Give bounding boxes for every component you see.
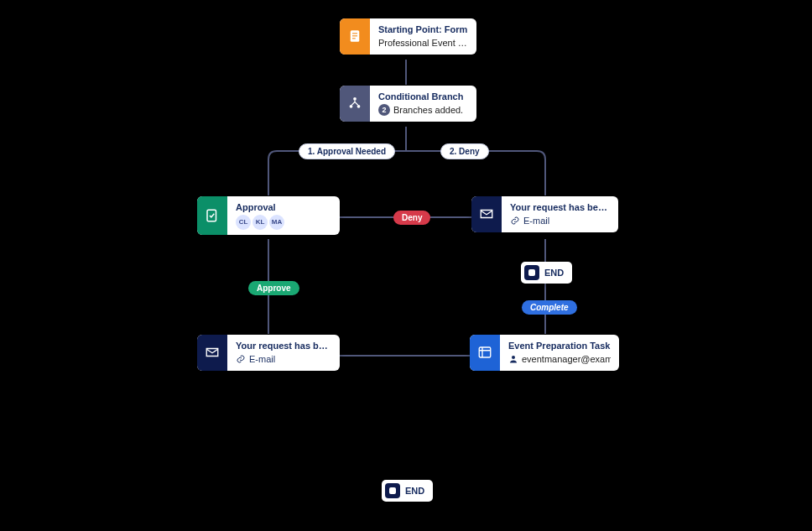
node-start-form[interactable]: Starting Point: Form Professional Event … — [340, 18, 476, 55]
node-link: E-mail — [236, 353, 331, 365]
edge-label-deny: Deny — [393, 211, 430, 225]
task-icon — [470, 335, 500, 371]
end-node-2[interactable]: END — [382, 480, 433, 502]
edge-label-complete: Complete — [522, 300, 577, 315]
node-subtitle: Professional Event Registr... — [378, 37, 468, 49]
approver-avatars: CL KL MA — [236, 215, 331, 230]
node-title: Conditional Branch — [378, 91, 468, 102]
form-icon — [340, 18, 370, 55]
avatar: KL — [252, 215, 268, 230]
connector-lines — [0, 0, 812, 531]
svg-point-16 — [512, 356, 515, 359]
link-icon — [510, 216, 520, 226]
node-approved-email[interactable]: Your request has been appro... E-mail — [197, 335, 340, 371]
node-title: Starting Point: Form — [378, 23, 468, 35]
node-title: Event Preparation Task — [508, 340, 611, 351]
node-approval[interactable]: Approval CL KL MA — [197, 196, 340, 235]
node-title: Approval — [236, 201, 331, 213]
node-assignee: eventmanager@exam... — [508, 353, 611, 365]
branch-count-text: Branches added. — [393, 104, 463, 116]
approval-icon — [197, 196, 227, 235]
avatar: CL — [236, 215, 251, 230]
stop-icon — [524, 265, 539, 280]
end-node-1[interactable]: END — [521, 262, 572, 284]
svg-rect-13 — [479, 347, 491, 357]
node-title: Your request has been denied. — [510, 201, 610, 213]
svg-rect-8 — [352, 39, 356, 39]
end-label: END — [405, 486, 424, 496]
svg-rect-6 — [352, 34, 357, 34]
node-subtitle: 2 Branches added. — [378, 104, 468, 116]
end-label: END — [544, 268, 564, 278]
branch-icon — [340, 86, 370, 122]
branch-label-approval-needed[interactable]: 1. Approval Needed — [299, 143, 395, 159]
branch-count-badge: 2 — [378, 104, 390, 116]
email-icon — [197, 335, 227, 371]
branch-label-deny[interactable]: 2. Deny — [440, 143, 489, 159]
avatar: MA — [269, 215, 284, 230]
svg-rect-12 — [207, 210, 216, 221]
node-conditional-branch[interactable]: Conditional Branch 2 Branches added. — [340, 86, 476, 122]
edge-label-approve: Approve — [248, 281, 299, 295]
svg-rect-7 — [352, 36, 357, 37]
stop-icon — [385, 483, 400, 498]
node-link: E-mail — [510, 215, 610, 226]
node-event-prep-task[interactable]: Event Preparation Task eventmanager@exam… — [470, 335, 619, 371]
user-icon — [508, 354, 518, 364]
link-icon — [236, 354, 246, 364]
node-title: Your request has been appro... — [236, 340, 331, 351]
node-denied-email[interactable]: Your request has been denied. E-mail — [471, 196, 618, 232]
svg-point-9 — [353, 97, 357, 101]
email-icon — [471, 196, 502, 232]
